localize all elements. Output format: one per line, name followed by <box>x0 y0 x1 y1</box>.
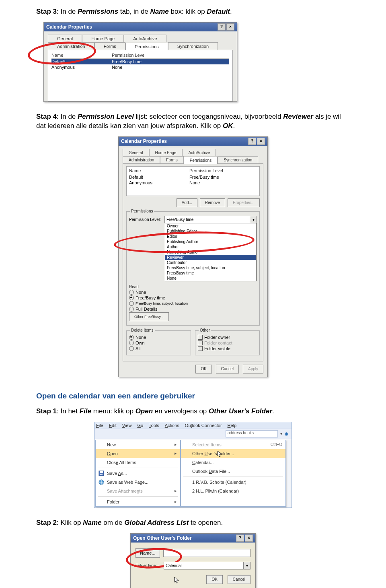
tab-general[interactable]: General <box>48 35 82 42</box>
cursor-icon <box>174 577 180 584</box>
menu-item-savewebpage[interactable]: Save as Web Page... <box>96 478 180 487</box>
figure-open-other-users-folder: Open Other User's Folder ? × Name... Fol… <box>36 533 350 588</box>
add-button[interactable]: Add... <box>177 198 197 207</box>
menu-edit[interactable]: Edit <box>109 423 117 428</box>
permissions-row-default[interactable]: DefaultFree/Busy time <box>129 174 257 180</box>
submenu-calendar[interactable]: Calendar... <box>181 458 285 467</box>
read-freebusy-subj-radio[interactable]: Free/Busy time, subject, location <box>129 301 257 306</box>
step-4-text: Stap 4: In de Permission Level lijst: se… <box>36 112 350 131</box>
permission-level-label: Permission Level: <box>129 217 164 222</box>
permission-level-dropdown[interactable]: Free/Busy time ▾ Owner Publishing Editor… <box>164 216 257 223</box>
tab-autoarchive[interactable]: AutoArchive <box>182 149 216 156</box>
permissions-row-anonymous[interactable]: AnonymousNone <box>129 180 257 186</box>
tab-homepage[interactable]: Home Page <box>149 149 183 156</box>
tab-homepage[interactable]: Home Page <box>82 35 124 42</box>
delete-none-radio[interactable]: None <box>129 335 188 340</box>
step-2-text: Stap 2: Klik op Name om de Global Addres… <box>36 518 350 528</box>
menu-item-saveattachments: Save Attachments▸ <box>96 487 180 495</box>
close-icon[interactable]: × <box>257 138 265 145</box>
menu-view[interactable]: View <box>122 423 132 428</box>
tab-general[interactable]: General <box>123 149 149 156</box>
folder-type-label: Folder type: <box>136 563 164 568</box>
tab-permissions[interactable]: Permissions <box>184 157 218 164</box>
menu-outlookconnector[interactable]: Outlook Connector <box>185 423 222 428</box>
tab-autoarchive[interactable]: AutoArchive <box>124 35 166 42</box>
chevron-down-icon[interactable]: ▾ <box>280 431 282 436</box>
menu-go[interactable]: Go <box>137 423 143 428</box>
tab-forms[interactable]: Forms <box>160 156 183 163</box>
menu-item-new[interactable]: New▸ <box>96 440 180 449</box>
figure-file-open-menu: File Edit View Go Tools Actions Outlook … <box>36 422 350 508</box>
permission-level-value: Free/Busy time <box>166 217 193 222</box>
close-icon[interactable]: × <box>245 534 253 542</box>
name-button[interactable]: Name... <box>136 548 160 558</box>
dialog-title: Open Other User's Folder <box>133 535 192 541</box>
tab-administration[interactable]: Administration <box>48 42 94 50</box>
folder-visible-check[interactable]: Folder visible <box>198 346 257 351</box>
delete-all-radio[interactable]: All <box>129 346 188 351</box>
dialog-title: Calendar Properties <box>121 138 167 144</box>
cancel-button[interactable]: Cancel <box>228 575 250 584</box>
menu-file[interactable]: File <box>96 423 103 428</box>
tab-permissions[interactable]: Permissions <box>125 43 168 50</box>
delete-own-radio[interactable]: Own <box>129 340 188 345</box>
menu-item-open[interactable]: Open▸ <box>96 449 180 458</box>
read-freebusy-radio[interactable]: Free/Busy time <box>129 295 257 300</box>
read-group-label: Read <box>129 285 257 289</box>
menu-tools[interactable]: Tools <box>149 423 159 428</box>
svg-rect-1 <box>100 471 103 473</box>
ok-button[interactable]: OK <box>206 575 222 584</box>
tab-synchronization[interactable]: Synchronization <box>218 156 258 163</box>
menubar: File Edit View Go Tools Actions Outlook … <box>94 422 292 429</box>
folder-type-dropdown[interactable]: Calendar ▾ <box>164 562 250 569</box>
permissions-row-default[interactable]: DefaultFree/Busy time <box>51 59 229 64</box>
step-3-text: Stap 3: In de Permissions tab, in de Nam… <box>36 7 350 17</box>
menu-help[interactable]: Help <box>228 423 237 428</box>
tab-administration[interactable]: Administration <box>123 156 160 163</box>
dialog-titlebar: Calendar Properties ? × <box>119 137 267 146</box>
permissions-list-header: NamePermission Level <box>129 168 257 174</box>
tab-forms[interactable]: Forms <box>94 42 125 50</box>
web-icon <box>98 479 105 485</box>
submenu-recent-1[interactable]: 1 R.V.B. Scholte (Calendar) <box>181 478 285 487</box>
help-icon[interactable]: ◉ <box>285 431 288 436</box>
delete-group-label: Delete items <box>130 328 155 332</box>
name-input[interactable] <box>163 549 250 557</box>
other-freebusy-button[interactable]: Other Free/Busy... <box>129 312 169 321</box>
cancel-button[interactable]: Cancel <box>216 365 239 373</box>
read-none-radio[interactable]: None <box>129 290 257 295</box>
submenu-selected-items: Selected ItemsCtrl+O <box>181 440 285 449</box>
address-books-field[interactable]: address books <box>226 430 278 437</box>
folder-owner-check[interactable]: Folder owner <box>198 335 257 340</box>
menu-item-closeall[interactable]: Close All Items <box>96 458 180 467</box>
properties-button[interactable]: Properties... <box>228 198 260 207</box>
permissions-list-header: NamePermission Level <box>51 53 229 59</box>
close-icon[interactable]: × <box>226 23 234 31</box>
dialog-title: Calendar Properties <box>46 24 92 30</box>
help-icon[interactable]: ? <box>218 23 226 31</box>
menu-item-folder[interactable]: Folder▸ <box>96 497 180 506</box>
submenu-outlook-data-file[interactable]: Outlook Data File... <box>181 467 285 476</box>
submenu-recent-2[interactable]: 2 H.L. Pilwin (Calendar) <box>181 487 285 495</box>
toolbar-search: address books ▾ ◉ <box>94 429 292 439</box>
read-fulldetails-radio[interactable]: Full Details <box>129 307 257 312</box>
tab-synchronization[interactable]: Synchronization <box>168 42 218 50</box>
menu-item-saveas[interactable]: Save As... <box>96 469 180 478</box>
help-icon[interactable]: ? <box>236 534 244 542</box>
apply-button[interactable]: Apply <box>243 365 263 373</box>
folder-type-value: Calendar <box>166 563 182 568</box>
chevron-down-icon[interactable]: ▾ <box>250 216 257 223</box>
other-group-label: Other <box>199 328 211 332</box>
ok-button[interactable]: OK <box>195 365 211 373</box>
permissions-row-anonymous[interactable]: AnonymousNone <box>51 64 229 70</box>
help-icon[interactable]: ? <box>248 138 256 145</box>
permissions-group-label: Permissions <box>130 209 154 213</box>
permission-level-options[interactable]: Owner Publishing Editor Editor Publishin… <box>165 223 257 281</box>
remove-button[interactable]: Remove <box>200 198 225 207</box>
chevron-down-icon[interactable]: ▾ <box>243 562 250 569</box>
submenu-other-users-folder[interactable]: Other User's Folder... <box>181 449 285 458</box>
dialog-titlebar: Open Other User's Folder ? × <box>131 534 255 543</box>
menu-actions[interactable]: Actions <box>165 423 179 428</box>
folder-contact-check[interactable]: Folder contact <box>198 340 257 345</box>
svg-rect-2 <box>100 474 103 475</box>
